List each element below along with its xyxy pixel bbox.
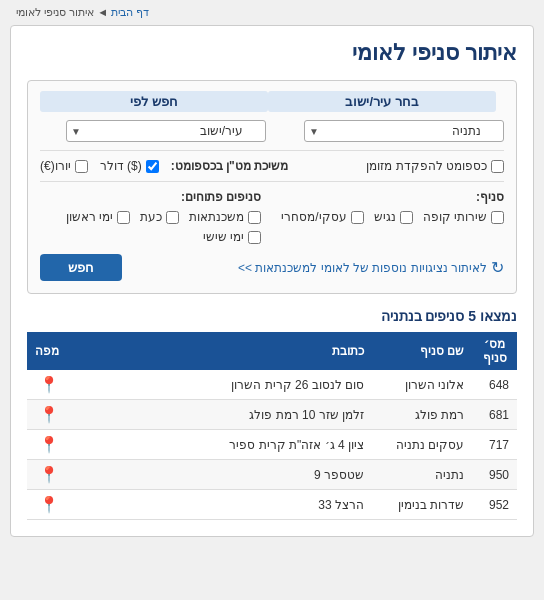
nachis-label: נגיש (374, 210, 396, 224)
cell-address: הרצל 33 (67, 490, 372, 520)
meshkantaot-item: משכנתאות (189, 210, 261, 224)
euro-label: יורו(€) (40, 159, 71, 173)
page-title: איתור סניפי לאומי (27, 40, 517, 66)
map-pin-icon[interactable]: 📍 (39, 466, 59, 483)
main-card: איתור סניפי לאומי בחר עיר/ישוב חפש לפי נ… (10, 25, 534, 537)
yom-shishi-checkbox[interactable] (248, 231, 261, 244)
cell-map[interactable]: 📍 (27, 460, 67, 490)
filter-field-group: עיר/ישוב ▼ (40, 120, 266, 142)
map-pin-icon[interactable]: 📍 (39, 496, 59, 513)
cell-num: 717 (472, 430, 517, 460)
cell-num: 681 (472, 400, 517, 430)
euro-checkbox[interactable] (75, 160, 88, 173)
isuk-checkbox[interactable] (351, 211, 364, 224)
city-select-wrapper: נתניה ▼ (304, 120, 504, 142)
branch-type-title: סניף: (281, 190, 504, 204)
cell-num: 952 (472, 490, 517, 520)
dollar-checkbox-item: ($) דולר (100, 159, 159, 173)
kaat-checkbox[interactable] (166, 211, 179, 224)
cell-map[interactable]: 📍 (27, 490, 67, 520)
city-row: נתניה ▼ עיר/ישוב ▼ (40, 120, 504, 142)
cell-address: ציון 4 ג׳ אזה"ת קרית ספיר (67, 430, 372, 460)
divider-2 (40, 181, 504, 182)
map-pin-icon[interactable]: 📍 (39, 376, 59, 393)
map-pin-icon[interactable]: 📍 (39, 436, 59, 453)
breadcrumb-home[interactable]: דף הבית (111, 6, 149, 18)
atm-checkbox-item: כספומט להפקדת מזומן (366, 159, 504, 173)
results-title: נמצאו 5 סניפים בנתניה (27, 308, 517, 324)
branch-types-group: סניף: שירותי קופה נגיש עסקי/מסחרי (281, 190, 504, 224)
cell-name: שדרות בנימין (372, 490, 472, 520)
yom-shishi-label: ימי שישי (203, 230, 244, 244)
col-header-addr: כתובת (67, 332, 372, 370)
cell-name: אלוני השרון (372, 370, 472, 400)
cell-name: נתניה (372, 460, 472, 490)
table-row: 950נתניהשטספר 9📍 (27, 460, 517, 490)
col-header-map: מפה (27, 332, 67, 370)
yom-rishon-item: ימי ראשון (66, 210, 130, 224)
city-field-group: נתניה ▼ (278, 120, 504, 142)
table-row: 952שדרות בנימיןהרצל 33📍 (27, 490, 517, 520)
breadcrumb: דף הבית ◄ איתור סניפי לאומי (0, 0, 544, 25)
euro-checkbox-item: יורו(€) (40, 159, 88, 173)
filter-select-wrapper: עיר/ישוב ▼ (66, 120, 266, 142)
nachis-item: נגיש (374, 210, 413, 224)
payment-label-item: משיכת מט"ן בכספומט: (171, 159, 288, 173)
types-container: סניף: שירותי קופה נגיש עסקי/מסחרי (40, 190, 504, 244)
dollar-label: ($) דולר (100, 159, 142, 173)
atm-label: כספומט להפקדת מזומן (366, 159, 487, 173)
payment-label: משיכת מט"ן בכספומט: (171, 159, 288, 173)
map-pin-icon[interactable]: 📍 (39, 406, 59, 423)
atm-checkbox[interactable] (491, 160, 504, 173)
cell-map[interactable]: 📍 (27, 430, 67, 460)
cell-num: 648 (472, 370, 517, 400)
dollar-checkbox[interactable] (146, 160, 159, 173)
breadcrumb-current: איתור סניפי לאומי (16, 6, 94, 18)
branch-types-items: שירותי קופה נגיש עסקי/מסחרי (281, 210, 504, 224)
meshkantaot-checkbox[interactable] (248, 211, 261, 224)
meshkantaot-label: משכנתאות (189, 210, 244, 224)
divider-1 (40, 150, 504, 151)
table-row: 648אלוני השרוןסום לנסוב 26 קרית השרון📍 (27, 370, 517, 400)
cell-map[interactable]: 📍 (27, 400, 67, 430)
cell-address: שטספר 9 (67, 460, 372, 490)
cell-address: סום לנסוב 26 קרית השרון (67, 370, 372, 400)
cell-name: עסקים נתניה (372, 430, 472, 460)
sherut-kupa-item: שירותי קופה (423, 210, 504, 224)
cell-address: זלמן שזר 10 רמת פולג (67, 400, 372, 430)
city-select[interactable]: נתניה (304, 120, 504, 142)
nachis-checkbox[interactable] (400, 211, 413, 224)
isuk-item: עסקי/מסחרי (281, 210, 363, 224)
breadcrumb-separator: ◄ (94, 6, 108, 18)
yom-rishon-label: ימי ראשון (66, 210, 113, 224)
results-table: מס׳ סניף שם סניף כתובת מפה 648אלוני השרו… (27, 332, 517, 520)
yom-rishon-checkbox[interactable] (117, 211, 130, 224)
search-button-row: ↻ לאיתור נציגויות נוספות של לאומי למשכנת… (40, 254, 504, 281)
table-row: 717עסקים נתניהציון 4 ג׳ אזה"ת קרית ספיר📍 (27, 430, 517, 460)
page-wrapper: דף הבית ◄ איתור סניפי לאומי איתור סניפי … (0, 0, 544, 600)
cell-num: 950 (472, 460, 517, 490)
results-section: נמצאו 5 סניפים בנתניה מס׳ סניף שם סניף כ… (27, 308, 517, 520)
section-header-row: בחר עיר/ישוב חפש לפי (40, 91, 504, 112)
extra-icon: ↻ (491, 258, 504, 277)
payment-row: כספומט להפקדת מזומן משיכת מט"ן בכספומט: … (40, 159, 504, 173)
table-header-row: מס׳ סניף שם סניף כתובת מפה (27, 332, 517, 370)
city-section-label: בחר עיר/ישוב (268, 91, 496, 112)
kaat-item: כעת (140, 210, 179, 224)
extra-link[interactable]: ↻ לאיתור נציגויות נוספות של לאומי למשכנת… (238, 258, 504, 277)
yom-shishi-item: ימי שישי (203, 230, 261, 244)
col-header-name: שם סניף (372, 332, 472, 370)
search-button[interactable]: חפש (40, 254, 122, 281)
cell-name: רמת פולג (372, 400, 472, 430)
filter-section-label: חפש לפי (40, 91, 268, 112)
filter-select[interactable]: עיר/ישוב (66, 120, 266, 142)
open-types-items: משכנתאות כעת ימי ראשון ימי שישי (40, 210, 261, 244)
cell-map[interactable]: 📍 (27, 370, 67, 400)
table-row: 681רמת פולגזלמן שזר 10 רמת פולג📍 (27, 400, 517, 430)
open-types-title: סניפים פתוחים: (40, 190, 261, 204)
col-header-num: מס׳ סניף (472, 332, 517, 370)
isuk-label: עסקי/מסחרי (281, 210, 346, 224)
sherut-kupa-checkbox[interactable] (491, 211, 504, 224)
sherut-kupa-label: שירותי קופה (423, 210, 487, 224)
search-section: בחר עיר/ישוב חפש לפי נתניה ▼ ע (27, 80, 517, 294)
